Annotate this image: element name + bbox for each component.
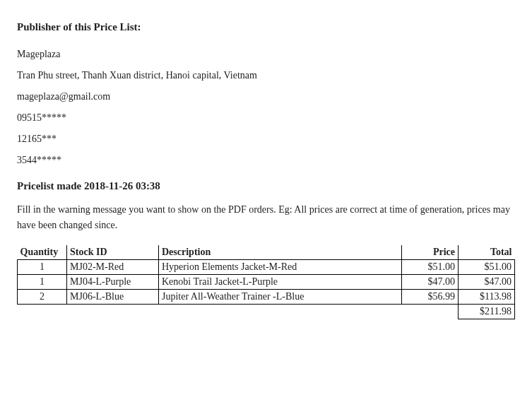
publisher-phone3: 3544***** [17,155,515,166]
publisher-email: mageplaza@gmail.com [17,91,515,102]
pricelist-heading: Pricelist made 2018-11-26 03:38 [17,180,515,192]
cell-stock-id: MJ02-M-Red [67,260,159,275]
cell-price: $47.00 [402,275,459,290]
table-row: 1MJ02-M-RedHyperion Elements Jacket-M-Re… [18,260,515,275]
publisher-address: Tran Phu street, Thanh Xuan district, Ha… [17,70,515,81]
cell-quantity: 1 [18,275,67,290]
publisher-name: Mageplaza [17,49,515,60]
warning-text: Fill in the warning message you want to … [17,202,515,232]
pricelist-table: Quantity Stock ID Description Price Tota… [17,245,515,319]
cell-quantity: 1 [18,260,67,275]
cell-price: $56.99 [402,290,459,305]
col-price: Price [402,245,459,260]
publisher-phone1: 09515***** [17,112,515,124]
col-total: Total [459,245,515,260]
table-row: 1MJ04-L-PurpleKenobi Trail Jacket-L-Purp… [18,275,515,290]
col-description: Description [159,245,402,260]
publisher-info-block: Mageplaza Tran Phu street, Thanh Xuan di… [17,49,515,166]
table-row: 2MJ06-L-BlueJupiter All-Weather Trainer … [18,290,515,305]
cell-price: $51.00 [402,260,459,275]
table-header-row: Quantity Stock ID Description Price Tota… [18,245,515,260]
grand-total-cell: $211.98 [459,305,515,319]
cell-description: Kenobi Trail Jacket-L-Purple [159,275,402,290]
cell-stock-id: MJ06-L-Blue [67,290,159,305]
cell-stock-id: MJ04-L-Purple [67,275,159,290]
cell-total: $113.98 [459,290,515,305]
publisher-phone2: 12165*** [17,134,515,145]
cell-quantity: 2 [18,290,67,305]
cell-description: Jupiter All-Weather Trainer -L-Blue [159,290,402,305]
publisher-heading: Publisher of this Price List: [17,21,515,33]
col-quantity: Quantity [18,245,67,260]
cell-total: $47.00 [459,275,515,290]
grand-total-row: $211.98 [18,305,515,319]
cell-total: $51.00 [459,260,515,275]
cell-description: Hyperion Elements Jacket-M-Red [159,260,402,275]
col-stock-id: Stock ID [67,245,159,260]
